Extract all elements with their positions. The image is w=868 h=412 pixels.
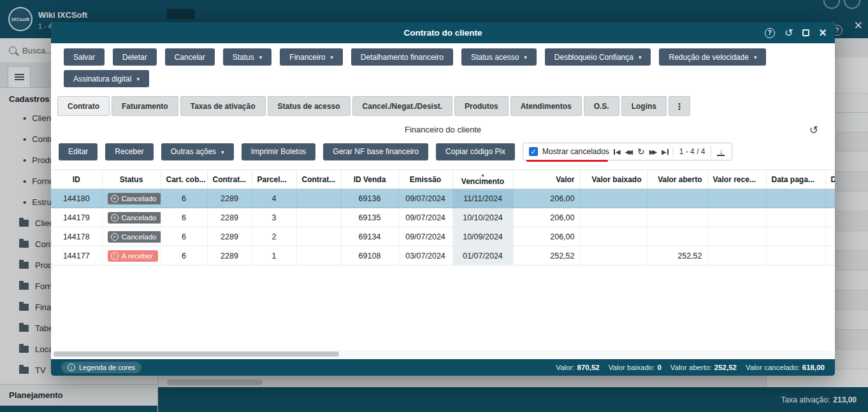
column-header-id-venda[interactable]: ID Venda <box>341 170 398 189</box>
pagination-prev-button[interactable]: ◀◀ <box>625 148 633 155</box>
status-badge: ×Cancelado <box>108 193 161 204</box>
button-label: Status acesso <box>471 53 519 62</box>
history-icon[interactable]: ↺ <box>785 27 793 39</box>
action-button-outras-acoes[interactable]: Outras ações▾ <box>161 143 234 160</box>
history-icon[interactable]: ↺ <box>809 124 818 137</box>
refresh-icon[interactable]: ↻ <box>637 146 645 157</box>
table-cell: 11/11/2024 <box>452 189 513 208</box>
column-header-valor-baixado[interactable]: Valor baixado <box>580 170 647 189</box>
table-row[interactable]: 144177!A receber6228916910803/07/202401/… <box>51 246 835 266</box>
tab-faturamento[interactable]: Faturamento <box>112 96 178 116</box>
divider <box>673 146 674 157</box>
column-header-valor-rece[interactable]: Valor rece... <box>707 170 766 189</box>
column-header-id[interactable]: ID <box>51 170 102 189</box>
pagination-next-button[interactable]: ▶▶ <box>649 148 657 155</box>
legend-button[interactable]: i Legenda de cores <box>61 362 141 373</box>
table-cell <box>647 189 707 208</box>
table-cell: ×Cancelado <box>102 208 161 227</box>
tab-produtos[interactable]: Produtos <box>454 96 509 116</box>
column-label: D... <box>831 175 835 184</box>
toolbar-button-detalhamento-financeiro[interactable]: Detalhamento financeiro <box>351 48 453 66</box>
table-cell: 206,00 <box>513 189 580 208</box>
horizontal-scrollbar-thumb[interactable] <box>54 352 339 357</box>
table-cell: 144180 <box>51 189 102 208</box>
table-cell <box>825 246 835 266</box>
table-cell: 144177 <box>51 246 102 266</box>
column-header-status[interactable]: Status <box>102 170 161 189</box>
tab-logins[interactable]: Logins <box>621 96 667 116</box>
column-label: Valor <box>556 175 574 184</box>
column-header-cart-cob[interactable]: Cart. cob... <box>161 170 207 189</box>
tab-status-de-acesso[interactable]: Status de acesso <box>268 96 351 116</box>
toolbar-button-financeiro[interactable]: Financeiro▾ <box>280 48 343 66</box>
action-button-imprimir-boletos[interactable]: Imprimir Boletos <box>242 143 316 160</box>
column-header-contrat[interactable]: Contrat... <box>296 170 341 189</box>
help-icon[interactable]: ? <box>765 28 775 38</box>
action-button-editar[interactable]: Editar <box>59 143 98 160</box>
toolbar-button-status[interactable]: Status▾ <box>223 48 272 66</box>
column-label: Valor aberto <box>658 175 702 184</box>
caret-down-icon: ▾ <box>524 54 527 60</box>
column-header-emissao[interactable]: Emissão <box>398 170 452 189</box>
action-button-copiar-codigo-pix[interactable]: Copiar código Pix <box>436 143 515 160</box>
column-label: Data paga... <box>772 175 814 184</box>
toolbar-button-cancelar[interactable]: Cancelar <box>165 48 215 66</box>
total-value: 0 <box>657 364 661 371</box>
toolbar-button-assinatura-digital[interactable]: Assinatura digital▾ <box>64 70 149 87</box>
total-label: Valor: <box>556 364 574 371</box>
button-label: Gerar NF base financeiro <box>333 147 419 156</box>
tab-taxas-de-ativacao[interactable]: Taxas de ativação <box>180 96 266 116</box>
status-badge: ×Cancelado <box>108 212 161 224</box>
column-header-valor-aberto[interactable]: Valor aberto <box>647 170 707 189</box>
column-header-contrat[interactable]: Contrat... <box>207 170 252 189</box>
column-label: Vencimento <box>458 177 508 186</box>
tab-contrato[interactable]: Contrato <box>57 96 110 116</box>
prev-glyph: ◀ <box>628 148 633 155</box>
table-cell: 2289 <box>207 189 252 208</box>
caret-down-icon: ▾ <box>754 54 757 60</box>
mostrar-cancelados-checkbox[interactable]: ✓ <box>529 147 538 156</box>
table-row[interactable]: 144180×Cancelado6228946913609/07/202411/… <box>51 189 835 208</box>
tab-cancel-negat-desist[interactable]: Cancel./Negat./Desist. <box>352 96 452 116</box>
modal-titlebar-icons: ? ↺ × <box>765 22 827 43</box>
horizontal-scrollbar[interactable] <box>52 350 834 358</box>
column-header-parcel[interactable]: Parcel... <box>252 170 296 189</box>
table-row[interactable]: 144178×Cancelado6228926913409/07/202410/… <box>51 227 835 246</box>
table-cell: 10/09/2024 <box>452 227 513 246</box>
toolbar-button-reducao-de-velocidade[interactable]: Redução de velocidade▾ <box>659 48 766 66</box>
tab-atendimentos[interactable]: Atendimentos <box>510 96 582 116</box>
status-icon: × <box>111 214 119 222</box>
toolbar-button-desbloqueio-confianca[interactable]: Desbloqueio Confiança▾ <box>545 48 651 66</box>
tab-o-s[interactable]: O.S. <box>584 96 619 116</box>
section-title: Financeiro do cliente <box>405 125 481 134</box>
caret-down-icon: ▾ <box>330 54 333 60</box>
action-button-receber[interactable]: Receber <box>105 143 153 160</box>
table-row[interactable]: 144179×Cancelado6228936913509/07/202410/… <box>51 208 835 227</box>
column-header-d[interactable]: D... <box>825 170 835 189</box>
column-header-data-paga[interactable]: Data paga... <box>766 170 825 189</box>
pagination-first-button[interactable]: ◀ <box>614 148 621 155</box>
toolbar-button-status-acesso[interactable]: Status acesso▾ <box>461 48 537 66</box>
table-cell <box>825 227 835 246</box>
column-header-valor[interactable]: Valor <box>513 170 580 189</box>
table-cell: 01/07/2024 <box>452 246 513 266</box>
toolbar-button-deletar[interactable]: Deletar <box>113 48 157 66</box>
column-label: Emissão <box>410 175 441 184</box>
tabs-overflow-button[interactable]: ⋮ <box>669 96 690 116</box>
fullscreen-icon[interactable] <box>802 29 809 36</box>
table-cell <box>296 227 341 246</box>
close-icon[interactable]: × <box>819 25 827 40</box>
mostrar-cancelados-label[interactable]: Mostrar cancelados <box>542 147 609 156</box>
status-label: Cancelado <box>122 213 157 222</box>
action-button-gerar-nf-base-financeiro[interactable]: Gerar NF base financeiro <box>323 143 428 160</box>
toolbar-button-salvar[interactable]: Salvar <box>64 48 105 66</box>
column-header-vencimento[interactable]: ▲Vencimento <box>452 170 513 189</box>
total-item: Valor:870,52 <box>556 364 599 371</box>
info-icon: i <box>68 364 75 371</box>
download-icon[interactable]: ↓ <box>716 147 726 156</box>
button-label: Cancelar <box>175 53 205 62</box>
pagination-last-button[interactable]: ▶ <box>662 148 669 155</box>
bar-glyph <box>614 149 615 155</box>
table-cell: ×Cancelado <box>102 227 161 246</box>
table-cell: 2289 <box>207 227 252 246</box>
